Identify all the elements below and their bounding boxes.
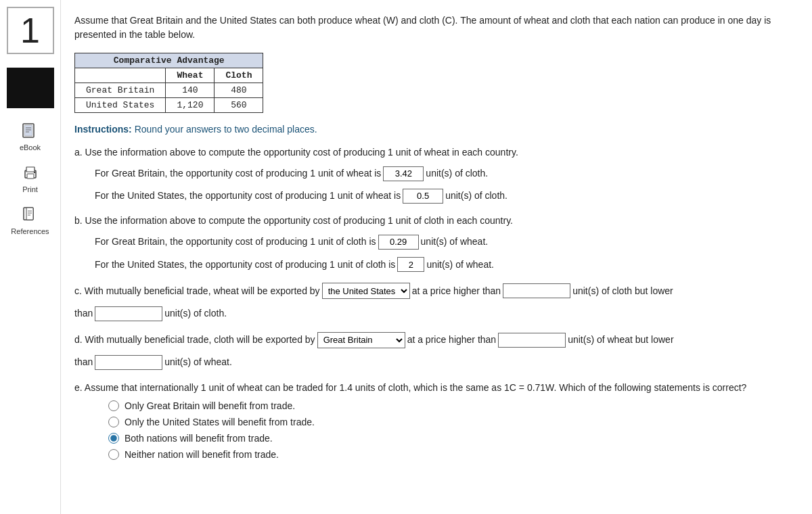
- radio-option-1[interactable]: Only Great Britain will benefit from tra…: [108, 400, 792, 411]
- part-b-us-suffix: unit(s) of wheat.: [426, 256, 494, 273]
- part-c-prefix: c. With mutually beneficial trade, wheat…: [74, 283, 320, 300]
- part-d-than: than: [74, 354, 93, 371]
- part-a: a. Use the information above to compute …: [74, 145, 792, 204]
- radio-input-3[interactable]: [108, 433, 119, 444]
- part-b-gb-prefix: For Great Britain, the opportunity cost …: [95, 233, 376, 250]
- part-a-great-britain: For Great Britain, the opportunity cost …: [95, 165, 792, 182]
- table-header-wheat: Wheat: [166, 68, 215, 83]
- table-cell-wheat-1: 140: [166, 83, 215, 98]
- references-icon: [20, 206, 39, 225]
- part-d-middle: at a price higher than: [407, 331, 497, 348]
- part-b-us-prefix: For the United States, the opportunity c…: [95, 256, 395, 273]
- part-d-price-input2[interactable]: [95, 355, 162, 370]
- question-text: Assume that Great Britain and the United…: [74, 14, 785, 42]
- radio-option-4[interactable]: Neither nation will benefit from trade.: [108, 449, 792, 460]
- part-b-great-britain: For Great Britain, the opportunity cost …: [95, 233, 792, 250]
- part-b-united-states: For the United States, the opportunity c…: [95, 256, 792, 273]
- ebook-icon: [20, 122, 39, 141]
- comparative-advantage-table: Comparative Advantage Wheat Cloth Great …: [74, 53, 792, 113]
- radio-label-1: Only Great Britain will benefit from tra…: [125, 400, 295, 411]
- svg-rect-7: [27, 174, 34, 179]
- part-e-label: e. Assume that internationally 1 unit of…: [74, 381, 792, 395]
- part-c-exporter-dropdown[interactable]: the United States Great Britain: [322, 283, 410, 299]
- part-a-united-states: For the United States, the opportunity c…: [95, 187, 792, 204]
- part-c-line1: c. With mutually beneficial trade, wheat…: [74, 283, 792, 300]
- part-a-label: a. Use the information above to compute …: [74, 145, 792, 160]
- part-c-middle: at a price higher than: [412, 283, 501, 300]
- print-icon: [21, 164, 40, 183]
- part-c-price-input2[interactable]: [95, 306, 162, 321]
- part-a-gb-suffix: unit(s) of cloth.: [426, 165, 488, 182]
- sidebar-item-ebook[interactable]: eBook: [20, 122, 41, 151]
- part-d-exporter-dropdown[interactable]: Great Britain the United States: [317, 332, 405, 348]
- table-title: Comparative Advantage: [75, 53, 263, 68]
- sidebar: 1 eBook Print References: [0, 0, 61, 514]
- main-content: Assume that Great Britain and the United…: [61, 0, 812, 514]
- part-a-us-input[interactable]: [403, 189, 443, 204]
- part-c-suffix1: unit(s) of cloth but lower: [572, 283, 673, 300]
- radio-input-4[interactable]: [108, 449, 119, 460]
- svg-rect-10: [26, 208, 33, 220]
- part-c-price-input1[interactable]: [503, 283, 570, 298]
- part-b-gb-suffix: unit(s) of wheat.: [421, 233, 489, 250]
- table-row: United States 1,120 560: [75, 98, 263, 113]
- print-label: Print: [22, 185, 38, 193]
- black-thumbnail: [7, 68, 54, 108]
- part-d-prefix: d. With mutually beneficial trade, cloth…: [74, 331, 315, 348]
- part-c-line2: than unit(s) of cloth.: [74, 305, 792, 322]
- part-a-us-suffix: unit(s) of cloth.: [445, 187, 508, 204]
- svg-point-8: [33, 172, 35, 173]
- part-a-gb-prefix: For Great Britain, the opportunity cost …: [95, 165, 381, 182]
- radio-label-2: Only the United States will benefit from…: [125, 417, 315, 427]
- table-row: Great Britain 140 480: [75, 83, 263, 98]
- table-cell-country-2: United States: [75, 98, 166, 113]
- part-a-gb-input[interactable]: [383, 166, 424, 181]
- table-cell-cloth-1: 480: [215, 83, 263, 98]
- sidebar-item-print[interactable]: Print: [21, 164, 40, 193]
- part-d: d. With mutually beneficial trade, cloth…: [74, 331, 792, 371]
- part-d-suffix3: unit(s) of wheat.: [164, 354, 232, 371]
- part-c-than: than: [74, 305, 93, 322]
- part-d-line1: d. With mutually beneficial trade, cloth…: [74, 331, 792, 348]
- radio-input-1[interactable]: [108, 400, 119, 411]
- radio-option-3[interactable]: Both nations will benefit from trade.: [108, 433, 792, 444]
- table-cell-wheat-2: 1,120: [166, 98, 215, 113]
- part-d-line2: than unit(s) of wheat.: [74, 354, 792, 371]
- part-b-us-input[interactable]: [397, 257, 424, 272]
- instructions: Instructions: Round your answers to two …: [74, 124, 792, 135]
- table-header-cloth: Cloth: [215, 68, 263, 83]
- table-cell-country-1: Great Britain: [75, 83, 166, 98]
- question-number: 1: [7, 7, 54, 54]
- part-d-price-input1[interactable]: [498, 333, 566, 348]
- svg-rect-6: [26, 167, 35, 172]
- radio-input-2[interactable]: [108, 417, 119, 427]
- table-header-country: [75, 68, 166, 83]
- part-e-radio-group: Only Great Britain will benefit from tra…: [108, 400, 792, 460]
- radio-label-4: Neither nation will benefit from trade.: [125, 449, 279, 460]
- ebook-label: eBook: [20, 143, 41, 151]
- references-label: References: [11, 227, 49, 235]
- svg-rect-1: [24, 125, 32, 136]
- part-b: b. Use the information above to compute …: [74, 214, 792, 273]
- part-b-label: b. Use the information above to compute …: [74, 214, 792, 228]
- radio-option-2[interactable]: Only the United States will benefit from…: [108, 417, 792, 427]
- instructions-text: Round your answers to two decimal places…: [132, 124, 317, 135]
- part-e: e. Assume that internationally 1 unit of…: [74, 381, 792, 460]
- sidebar-item-references[interactable]: References: [11, 206, 49, 235]
- part-b-gb-input[interactable]: [378, 235, 419, 250]
- part-c-suffix3: unit(s) of cloth.: [164, 305, 227, 322]
- radio-label-3: Both nations will benefit from trade.: [125, 433, 273, 444]
- part-c: c. With mutually beneficial trade, wheat…: [74, 283, 792, 322]
- instructions-label: Instructions:: [74, 124, 132, 135]
- table-cell-cloth-2: 560: [215, 98, 263, 113]
- part-d-suffix1: unit(s) of wheat but lower: [568, 331, 673, 348]
- part-a-us-prefix: For the United States, the opportunity c…: [95, 187, 401, 204]
